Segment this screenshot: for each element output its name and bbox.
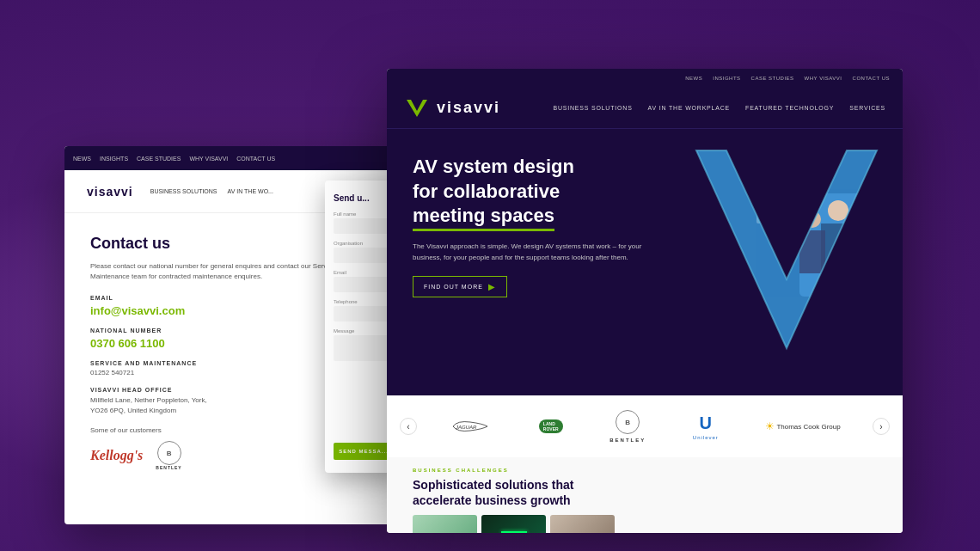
top-nav-item[interactable]: CASE STUDIES bbox=[137, 156, 181, 162]
telephone-label: Telephone bbox=[334, 299, 394, 304]
top-nav-news[interactable]: NEWS bbox=[685, 76, 702, 81]
bentley-b-icon: B bbox=[157, 441, 181, 465]
main-logo[interactable]: visavvi bbox=[404, 97, 500, 119]
thomas-cook-text: Thomas Cook Group bbox=[776, 423, 840, 431]
message-field: Message bbox=[334, 328, 394, 361]
nav-services[interactable]: SERVICES bbox=[849, 105, 885, 111]
v-shape-graphic bbox=[688, 142, 885, 383]
email-input[interactable] bbox=[334, 277, 394, 292]
nav-links: BUSINESS SOLUTIONS AV IN THE WO... bbox=[150, 188, 273, 194]
thomas-cook-sun-icon: ☀ bbox=[765, 420, 775, 432]
svg-rect-3 bbox=[821, 223, 855, 275]
message-input[interactable] bbox=[334, 335, 394, 361]
jaguar-logo-icon: JAGUAR bbox=[449, 418, 492, 435]
top-nav-item[interactable]: WHY VISAVVI bbox=[189, 156, 228, 162]
email-field: Email bbox=[334, 270, 394, 292]
jaguar-brand: JAGUAR bbox=[449, 418, 492, 435]
unilever-logo-icon: U bbox=[700, 413, 712, 433]
org-input[interactable] bbox=[334, 248, 394, 263]
send-message-button[interactable]: SEND MESSA... bbox=[334, 443, 394, 460]
biz-title-line1: Sophisticated solutions that bbox=[413, 478, 573, 492]
top-nav-item[interactable]: NEWS bbox=[73, 156, 91, 162]
email-label-form: Email bbox=[334, 270, 394, 275]
fullname-field: Full name bbox=[334, 211, 394, 234]
nav-link[interactable]: BUSINESS SOLUTIONS bbox=[150, 188, 217, 194]
logo-area: visavvi bbox=[82, 185, 133, 199]
nav-link[interactable]: AV IN THE WO... bbox=[228, 188, 273, 194]
nav-av-workplace[interactable]: AV IN THE WORKPLACE bbox=[648, 105, 730, 111]
nav-featured-tech[interactable]: FEATURED TECHNOLOGY bbox=[745, 105, 834, 111]
kelloggs-logo: Kellogg's bbox=[90, 448, 143, 463]
hero-title-line3: meeting spaces bbox=[413, 204, 554, 231]
main-logo-text: visavvi bbox=[437, 99, 500, 117]
fullname-label: Full name bbox=[334, 211, 394, 217]
top-nav-bar: NEWS INSIGHTS CASE STUDIES WHY VISAVVI C… bbox=[387, 69, 903, 88]
brands-list: JAGUAR LANDROVER B BENTLEY U Unilever ☀ bbox=[417, 410, 873, 443]
hero-title: AV system design for collaborative meeti… bbox=[413, 155, 653, 231]
land-rover-brand: LANDROVER bbox=[539, 419, 563, 433]
nav-business-solutions[interactable]: BUSINESS SOLUTIONS bbox=[553, 105, 632, 111]
telephone-field: Telephone bbox=[334, 299, 394, 321]
hero-btn-arrow-icon: ▶ bbox=[488, 282, 496, 291]
top-nav-case-studies[interactable]: CASE STUDIES bbox=[751, 76, 794, 81]
svg-text:JAGUAR: JAGUAR bbox=[455, 425, 477, 430]
thomas-cook-logo: ☀ Thomas Cook Group bbox=[765, 420, 840, 432]
org-field: Organisation bbox=[334, 241, 394, 263]
biz-image-1 bbox=[413, 515, 477, 533]
main-nav-links: BUSINESS SOLUTIONS AV IN THE WORKPLACE F… bbox=[553, 105, 885, 111]
business-challenges-tag: BUSINESS CHALLENGES bbox=[413, 468, 877, 473]
main-nav: visavvi BUSINESS SOLUTIONS AV IN THE WOR… bbox=[387, 88, 903, 129]
bentley-text: BENTLEY bbox=[156, 465, 181, 470]
hero-description: The Visavvi approach is simple. We desig… bbox=[413, 242, 653, 264]
land-rover-icon: LANDROVER bbox=[539, 419, 563, 433]
org-label: Organisation bbox=[334, 241, 394, 246]
top-nav-contact[interactable]: CONTACT US bbox=[853, 76, 890, 81]
bentley-brand: B BENTLEY bbox=[609, 410, 646, 443]
top-nav-why-visavvi[interactable]: WHY VISAVVI bbox=[805, 76, 842, 81]
logo-text: visavvi bbox=[87, 185, 133, 199]
hero-content: AV system design for collaborative meeti… bbox=[413, 155, 653, 297]
v-shape-svg bbox=[688, 142, 885, 383]
business-section-title: Sophisticated solutions that accelerate … bbox=[413, 477, 877, 508]
bentley-brand-text: BENTLEY bbox=[609, 438, 646, 443]
main-website-window: NEWS INSIGHTS CASE STUDIES WHY VISAVVI C… bbox=[387, 69, 903, 533]
unilever-text: Unilever bbox=[693, 435, 719, 440]
fullname-input[interactable] bbox=[334, 218, 394, 234]
svg-rect-6 bbox=[756, 189, 804, 223]
bentley-logo-icon: B bbox=[616, 410, 640, 434]
thomas-cook-brand: ☀ Thomas Cook Group bbox=[765, 420, 840, 432]
top-nav-item[interactable]: CONTACT US bbox=[236, 156, 275, 162]
telephone-input[interactable] bbox=[334, 306, 394, 321]
svg-rect-5 bbox=[799, 230, 825, 273]
unilever-brand: U Unilever bbox=[693, 413, 719, 440]
business-image-row bbox=[413, 515, 877, 533]
hero-section: AV system design for collaborative meeti… bbox=[387, 129, 903, 395]
hero-title-line2: for collaborative bbox=[413, 181, 560, 202]
top-navigation-bar: NEWS INSIGHTS CASE STUDIES WHY VISAVVI C… bbox=[64, 146, 400, 170]
prev-brand-button[interactable]: ‹ bbox=[400, 418, 417, 435]
bentley-logo-small: B BENTLEY bbox=[156, 441, 181, 470]
biz-image-3 bbox=[550, 515, 615, 533]
hero-title-line1: AV system design bbox=[413, 156, 574, 177]
biz-image-2 bbox=[481, 515, 546, 533]
find-out-more-button[interactable]: FIND OUT MORE ▶ bbox=[413, 276, 507, 297]
biz-title-line2: accelerate business growth bbox=[413, 493, 571, 507]
next-brand-button[interactable]: › bbox=[873, 418, 890, 435]
hero-btn-text: FIND OUT MORE bbox=[424, 284, 483, 290]
form-title: Send u... bbox=[334, 193, 394, 203]
top-nav-item[interactable]: INSIGHTS bbox=[100, 156, 128, 162]
business-challenges-section: BUSINESS CHALLENGES Sophisticated soluti… bbox=[387, 457, 903, 533]
brands-section: ‹ JAGUAR LANDROVER B BENTLEY U Unilever bbox=[387, 395, 903, 457]
top-nav-insights[interactable]: INSIGHTS bbox=[713, 76, 740, 81]
message-label: Message bbox=[334, 328, 394, 334]
main-logo-icon bbox=[404, 97, 430, 119]
